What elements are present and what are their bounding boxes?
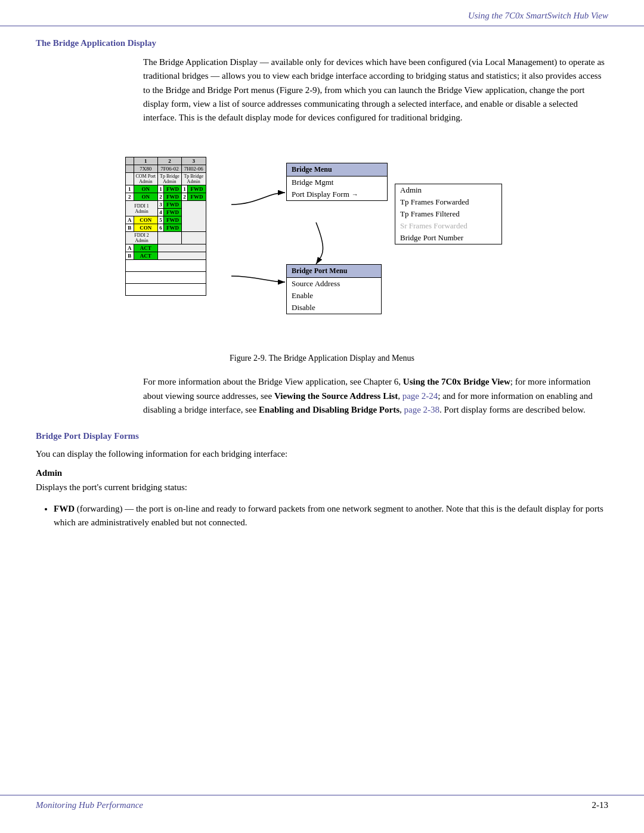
admin-heading: Admin: [36, 468, 608, 478]
figure-container: 1 2 3 7X80 7F06-02 7H02-06 COM Por: [36, 139, 608, 363]
bullet-fwd-text: FWD (forwarding) — the port is on-line a…: [54, 504, 603, 527]
submenu-admin: Admin: [395, 184, 501, 196]
port-display-submenu-box: Admin Tp Frames Forwarded Tp Frames Filt…: [395, 184, 502, 244]
fwd-bold: FWD: [54, 504, 75, 513]
link1[interactable]: page 2-24: [402, 391, 438, 401]
page-footer: Monitoring Hub Performance 2-13: [0, 795, 644, 815]
bold1: Using the 7C0x Bridge View: [403, 377, 510, 386]
hub-panel: 1 2 3 7X80 7F06-02 7H02-06 COM Por: [125, 157, 206, 296]
submenu-bridge-port-num: Bridge Port Number: [395, 232, 501, 244]
para2-text: For more information about the Bridge Vi…: [143, 377, 593, 414]
bridge-port-menu-title: Bridge Port Menu: [287, 265, 381, 278]
bridge-menu-box: Bridge Menu Bridge Mgmt Port Display For…: [286, 163, 388, 201]
figure-caption: Figure 2-9. The Bridge Application Displ…: [230, 354, 414, 363]
section1-heading: The Bridge Application Display: [36, 38, 608, 48]
submenu-tp-forward: Tp Frames Forwarded: [395, 196, 501, 208]
bridge-menu-item-portdisplay: Port Display Form →: [287, 188, 387, 200]
submenu-sr-forward: Sr Frames Forwarded: [395, 220, 501, 232]
port-menu-source: Source Address: [287, 278, 381, 290]
submenu-arrow: →: [352, 191, 358, 198]
bold2: Viewing the Source Address List: [274, 391, 398, 401]
main-content: The Bridge Application Display The Bridg…: [0, 32, 644, 557]
section1-para2: For more information about the Bridge Vi…: [143, 375, 608, 417]
bridge-menu-item-mgmt: Bridge Mgmt: [287, 176, 387, 188]
section2-heading: Bridge Port Display Forms: [36, 431, 608, 441]
bridge-menu-title: Bridge Menu: [287, 163, 387, 176]
footer-right: 2-13: [592, 800, 609, 810]
para1-text: The Bridge Application Display — availab…: [143, 57, 605, 122]
header-title: Using the 7C0x SmartSwitch Hub View: [468, 11, 608, 21]
diagram: 1 2 3 7X80 7F06-02 7H02-06 COM Por: [125, 145, 519, 348]
port-display-label: Port Display Form: [292, 190, 349, 199]
bullet-fwd: FWD (forwarding) — the port is on-line a…: [54, 502, 608, 530]
section2: Bridge Port Display Forms You can displa…: [36, 431, 608, 529]
bullet-list: FWD (forwarding) — the port is on-line a…: [54, 502, 608, 530]
port-menu-disable: Disable: [287, 302, 381, 314]
admin-text: Displays the port's current bridging sta…: [36, 481, 608, 494]
bold3: Enabling and Disabling Bridge Ports: [259, 405, 400, 414]
bridge-mgmt-label: Bridge Mgmt: [292, 178, 333, 187]
footer-left: Monitoring Hub Performance: [36, 800, 143, 810]
hub-table: 1 2 3 7X80 7F06-02 7H02-06 COM Por: [125, 157, 206, 296]
link2[interactable]: page 2-38: [404, 405, 440, 414]
submenu-tp-filter: Tp Frames Filtered: [395, 208, 501, 220]
page-container: Using the 7C0x SmartSwitch Hub View The …: [0, 0, 644, 833]
section1-para1: The Bridge Application Display — availab…: [143, 55, 608, 125]
bridge-port-menu-box: Bridge Port Menu Source Address Enable D…: [286, 264, 382, 314]
section2-intro: You can display the following informatio…: [36, 447, 608, 461]
port-menu-enable: Enable: [287, 290, 381, 302]
page-header: Using the 7C0x SmartSwitch Hub View: [0, 0, 644, 26]
